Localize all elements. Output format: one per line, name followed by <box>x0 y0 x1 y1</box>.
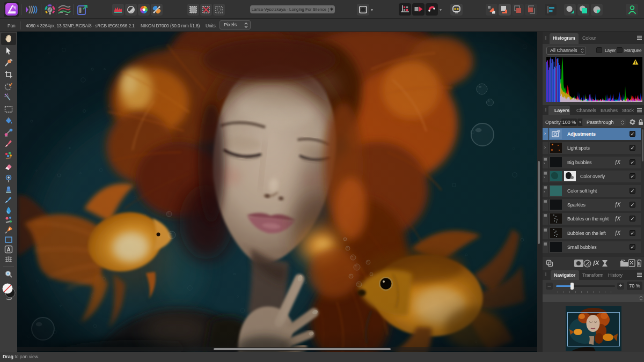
svg-text:A: A <box>6 247 10 253</box>
